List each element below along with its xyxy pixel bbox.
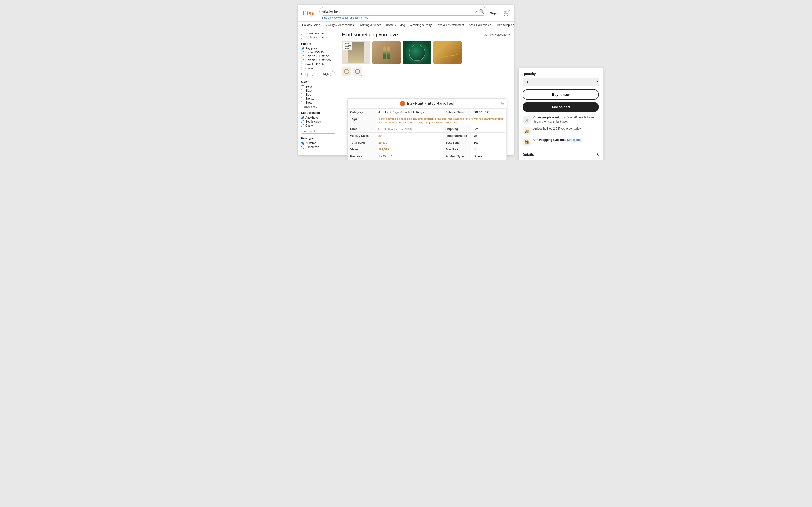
product-type-label: Product Type [443, 153, 471, 160]
show-more-colors[interactable]: + Show more [301, 105, 335, 108]
sub-thumb-1[interactable] [342, 67, 351, 76]
item-all-radio[interactable] [301, 142, 304, 145]
search-button[interactable]: 🔍 [479, 9, 484, 14]
tags-cell: sterling silver gold rose gold leaf ring… [376, 116, 506, 126]
item-handmade-radio[interactable] [301, 146, 304, 149]
nav-item-wedding[interactable]: Wedding & Party [410, 23, 432, 27]
tag-leaf-ring[interactable]: leaf ring [413, 117, 423, 120]
tag-rings[interactable]: Rings [424, 121, 431, 124]
nav-item-holiday[interactable]: Holiday Sales [302, 23, 320, 27]
price-custom[interactable]: Custom [301, 67, 335, 70]
color-brown-checkbox[interactable] [301, 101, 304, 104]
nav-item-art[interactable]: Art & Collectibles [469, 23, 491, 27]
etsy-logo[interactable]: Etsy [302, 9, 315, 17]
product-thumb-4[interactable] [433, 41, 462, 64]
location-anywhere-radio[interactable] [301, 116, 304, 119]
reviews-value-cell: 1,200 ↑ 16 [376, 153, 443, 160]
gift-wrap-icon: 🎁 [523, 138, 531, 147]
nav-item-jewelry[interactable]: Jewelry & Accessories [325, 23, 354, 27]
table-row-price: Price $10.00 Regular Price :$10.00 Shipp… [348, 126, 506, 132]
tag-vine-ring[interactable]: vine ring [403, 121, 413, 124]
price-25-50-radio[interactable] [301, 55, 304, 58]
color-blue[interactable]: Blue [301, 93, 335, 96]
item-all[interactable]: All items [301, 142, 335, 145]
price-value: $10.00 [378, 127, 387, 131]
location-input[interactable] [301, 129, 335, 133]
search-input[interactable] [322, 10, 473, 13]
etsy-header: Etsy ✕ 🔍 Find Etsy keywords for "gifts f… [299, 5, 513, 21]
price-50-100[interactable]: USD 50 to USD 100 [301, 59, 335, 62]
tag-nature-ring[interactable]: nature ring [389, 121, 402, 124]
tag-jewelry[interactable]: Jewelry [414, 121, 423, 124]
etsy-pick-value: No [471, 146, 506, 153]
quantity-select[interactable]: 1 2 3 [523, 77, 599, 86]
views-label: Views [348, 146, 376, 153]
price-next-arrow[interactable]: › [330, 71, 335, 77]
search-hint[interactable]: Find Etsy keywords for "gifts for her" (… [322, 16, 487, 19]
social-proof-row: 🛒 Other people want this. Over 20 people… [523, 115, 599, 124]
price-under25-radio[interactable] [301, 51, 304, 54]
color-black-checkbox[interactable] [301, 89, 304, 92]
product-thumb-3[interactable] [403, 41, 431, 64]
price-over100-radio[interactable] [301, 63, 304, 66]
color-beige-checkbox[interactable] [301, 85, 304, 88]
sort-by-control[interactable]: Sort by: Relevancy ▾ [484, 33, 510, 36]
price-under25[interactable]: Under USD 25 [301, 51, 335, 54]
color-bronze[interactable]: Bronze [301, 97, 335, 100]
nav-item-home[interactable]: Home & Living [386, 23, 405, 27]
item-handmade[interactable]: Handmade [301, 146, 335, 149]
product-thumb-2[interactable] [373, 41, 400, 64]
color-beige[interactable]: Beige [301, 85, 335, 88]
cart-icon[interactable]: 🛒 [503, 10, 510, 16]
price-50-100-radio[interactable] [301, 59, 304, 62]
sign-in-button[interactable]: Sign in [490, 11, 500, 15]
location-custom-radio[interactable] [301, 124, 304, 127]
color-blue-checkbox[interactable] [301, 93, 304, 96]
gift-wrap-strong: Gift wrapping available. [533, 138, 566, 142]
location-south-korea-radio[interactable] [301, 120, 304, 123]
tag-adjustable-ring[interactable]: adjustable ring [424, 117, 441, 120]
color-brown[interactable]: Brown [301, 101, 335, 104]
table-row-weekly-sales: Weekly Sales 29 Personalization Yes [348, 132, 506, 139]
copy-icon[interactable]: ⊞ [501, 101, 504, 105]
price-25-50[interactable]: USD 25 to USD 50 [301, 55, 335, 58]
delivery-1day-checkbox[interactable] [301, 32, 304, 35]
delivery-3day-checkbox[interactable] [301, 36, 304, 39]
price-over100[interactable]: Over USD 100 [301, 63, 335, 66]
details-header[interactable]: Details ∧ [523, 152, 599, 157]
nav-item-clothing[interactable]: Clothing & Shoes [359, 23, 381, 27]
product-thumb-1[interactable]: mostLOVEDpicks [342, 41, 370, 64]
tag-list: sterling silver gold rose gold leaf ring… [378, 117, 504, 124]
tag-gold[interactable]: gold [395, 117, 400, 120]
buy-now-button[interactable]: Buy it now [523, 89, 599, 100]
price-custom-radio[interactable] [301, 67, 304, 70]
clear-search-icon[interactable]: ✕ [473, 9, 479, 14]
tag-stackable-rings[interactable]: Stackable Rings [432, 121, 452, 124]
tag-rose-gold[interactable]: rose gold [401, 117, 412, 120]
tag-midi-ring[interactable]: midi ring [442, 117, 452, 120]
table-row-reviews: Reviews 1,200 ↑ 16 Product Type Others [348, 153, 506, 160]
tag-twig-ring[interactable]: twig ring [378, 121, 388, 124]
delivery-1day[interactable]: 1 business day [301, 32, 335, 35]
tag-flower-ring[interactable]: flower ring [471, 117, 483, 120]
sub-thumb-2[interactable] [353, 67, 362, 76]
color-bronze-checkbox[interactable] [301, 97, 304, 100]
add-to-cart-button[interactable]: Add to cart [523, 102, 599, 112]
tag-leaf-branch-ring[interactable]: leaf branch ring [484, 117, 502, 120]
total-sales-label: Total Sales [348, 139, 376, 146]
tag-sterling-silver[interactable]: sterling silver [378, 117, 394, 120]
color-black[interactable]: Black [301, 89, 335, 92]
location-custom[interactable]: Custom [301, 124, 335, 127]
tag-ring[interactable]: ring [453, 121, 457, 124]
price-low-input[interactable] [307, 73, 318, 77]
nav-item-toys[interactable]: Toys & Entertainment [436, 23, 464, 27]
gift-wrap-link[interactable]: See details [567, 138, 582, 142]
price-any-radio[interactable] [301, 47, 304, 50]
tag-stackable-ring[interactable]: stackable ring [453, 117, 470, 120]
price-any[interactable]: Any price [301, 47, 335, 50]
details-collapse-icon[interactable]: ∧ [596, 152, 599, 157]
nav-item-craft[interactable]: Craft Supplies [496, 23, 513, 27]
location-south-korea[interactable]: South Korea [301, 120, 335, 123]
delivery-3day[interactable]: 1-3 business days [301, 36, 335, 39]
location-anywhere[interactable]: Anywhere [301, 116, 335, 119]
